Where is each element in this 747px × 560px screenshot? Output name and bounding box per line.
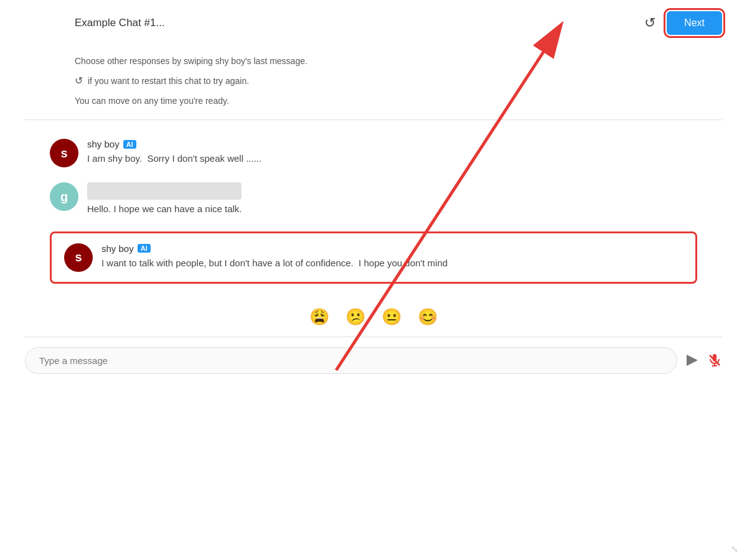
resize-handle: ⤡ — [731, 544, 738, 554]
ai-badge-3: AI — [138, 244, 151, 253]
avatar-shyboy-2: s — [64, 243, 93, 272]
next-button[interactable]: Next — [667, 11, 722, 35]
emoji-3[interactable]: 😐 — [382, 307, 402, 327]
header: Example Chat #1... ↺ Next — [0, 0, 747, 44]
input-area — [0, 337, 747, 384]
page-title: Example Chat #1... — [75, 17, 165, 29]
emoji-row: 😩 😕 😐 😊 — [0, 296, 747, 337]
message-text-2: Hello. I hope we can have a nice talk. — [87, 202, 242, 217]
ai-badge-1: AI — [123, 140, 136, 149]
message-text-3: I want to talk with people, but I don't … — [101, 256, 448, 271]
sender-name-1: shy boy — [87, 139, 120, 149]
msg-name-row-1: shy boy AI — [87, 139, 261, 149]
emoji-4[interactable]: 😊 — [418, 307, 438, 327]
message-content-3: shy boy AI I want to talk with people, b… — [101, 243, 448, 271]
message-row-2: g Hello. I hope we can have a nice talk. — [50, 182, 697, 217]
mic-icon — [707, 353, 722, 368]
instruction-line-3: You can move on any time you're ready. — [75, 92, 722, 110]
sender-name-3: shy boy — [101, 243, 134, 254]
avatar-shyboy-1: s — [50, 139, 78, 167]
message-row-1: s shy boy AI I am shy boy. Sorry I don't… — [50, 139, 697, 167]
user-name-box — [87, 182, 242, 200]
instructions-panel: Choose other responses by swiping shy bo… — [0, 44, 747, 119]
message-content-2: Hello. I hope we can have a nice talk. — [87, 182, 242, 217]
avatar-user: g — [50, 182, 78, 211]
emoji-1[interactable]: 😩 — [309, 307, 329, 327]
instruction-line-1: Choose other responses by swiping shy bo… — [75, 52, 722, 70]
chat-area: s shy boy AI I am shy boy. Sorry I don't… — [0, 120, 747, 296]
restart-icon[interactable]: ↺ — [644, 15, 655, 31]
highlighted-message-container: s shy boy AI I want to talk with people,… — [50, 231, 697, 284]
instruction-line-2: ↺ if you want to restart this chat to tr… — [75, 71, 722, 91]
emoji-2[interactable]: 😕 — [345, 307, 365, 327]
message-text-1: I am shy boy. Sorry I don't speak well .… — [87, 152, 261, 166]
send-button[interactable] — [685, 353, 700, 368]
header-actions: ↺ Next — [644, 11, 722, 35]
restart-inline-icon: ↺ — [75, 71, 83, 91]
message-content-1: shy boy AI I am shy boy. Sorry I don't s… — [87, 139, 261, 166]
send-icon — [685, 353, 700, 368]
msg-name-row-3: shy boy AI — [101, 243, 448, 254]
mic-button[interactable] — [707, 353, 722, 368]
message-input[interactable] — [25, 347, 677, 374]
message-row-3: s shy boy AI I want to talk with people,… — [64, 243, 683, 272]
